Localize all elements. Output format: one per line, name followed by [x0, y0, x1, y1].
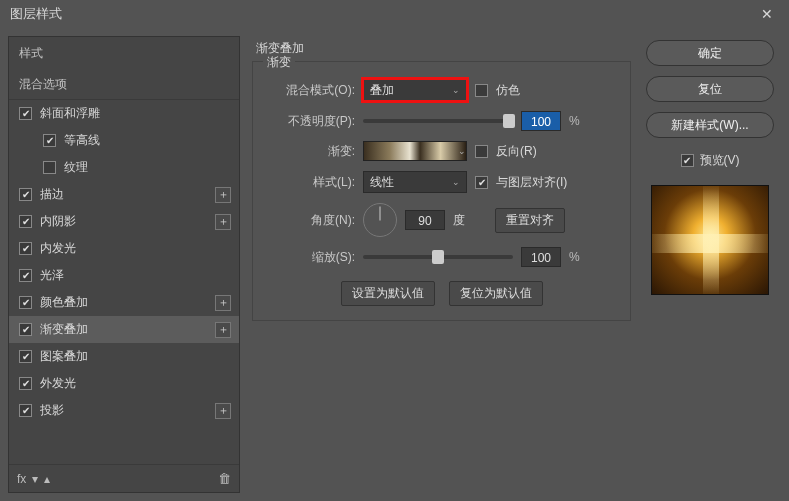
chevron-down-icon: ⌄ — [452, 177, 460, 187]
scale-label: 缩放(S): — [267, 249, 355, 266]
effect-outer-glow[interactable]: 外发光 — [9, 370, 239, 397]
scale-slider[interactable] — [363, 255, 513, 259]
effects-list: 斜面和浮雕 等高线 纹理 描边＋ 内阴影＋ 内发光 光泽 颜色叠加＋ 渐变叠加＋… — [9, 100, 239, 464]
checkbox-icon[interactable] — [19, 350, 32, 363]
checkbox-icon[interactable] — [19, 269, 32, 282]
opacity-value[interactable]: 100 — [521, 111, 561, 131]
checkbox-icon[interactable] — [19, 188, 32, 201]
blend-mode-dropdown[interactable]: 叠加 ⌄ — [363, 79, 467, 101]
reset-default-button[interactable]: 复位为默认值 — [449, 281, 543, 306]
reverse-checkbox[interactable] — [475, 145, 488, 158]
effect-label: 颜色叠加 — [40, 294, 88, 311]
preview-image — [652, 186, 768, 294]
add-icon[interactable]: ＋ — [215, 187, 231, 203]
checkbox-icon[interactable] — [19, 215, 32, 228]
window-title: 图层样式 — [10, 5, 62, 23]
checkbox-icon[interactable] — [43, 134, 56, 147]
effect-inner-shadow[interactable]: 内阴影＋ — [9, 208, 239, 235]
fieldset-legend: 渐变 — [263, 54, 295, 71]
effect-label: 纹理 — [64, 159, 88, 176]
preview-label: 预览(V) — [700, 152, 740, 169]
degree-label: 度 — [453, 212, 465, 229]
gradient-swatch[interactable]: ⌄ — [363, 141, 467, 161]
panel-title: 渐变叠加 — [252, 40, 631, 57]
main-area: 样式 混合选项 斜面和浮雕 等高线 纹理 描边＋ 内阴影＋ 内发光 光泽 颜色叠… — [0, 28, 789, 501]
sidebar-footer: fx ▾ ▴ 🗑 — [9, 464, 239, 492]
blend-mode-value: 叠加 — [370, 82, 394, 99]
align-label: 与图层对齐(I) — [496, 174, 567, 191]
add-icon[interactable]: ＋ — [215, 295, 231, 311]
effect-bevel[interactable]: 斜面和浮雕 — [9, 100, 239, 127]
effect-satin[interactable]: 光泽 — [9, 262, 239, 289]
angle-value[interactable]: 90 — [405, 210, 445, 230]
reset-align-button[interactable]: 重置对齐 — [495, 208, 565, 233]
right-column: 确定 复位 新建样式(W)... 预览(V) — [639, 28, 789, 501]
dither-label: 仿色 — [496, 82, 520, 99]
opacity-label: 不透明度(P): — [267, 113, 355, 130]
opacity-slider[interactable] — [363, 119, 513, 123]
checkbox-icon[interactable] — [19, 107, 32, 120]
style-label: 样式(L): — [267, 174, 355, 191]
style-value: 线性 — [370, 174, 394, 191]
trash-icon[interactable]: 🗑 — [218, 471, 231, 486]
gradient-fieldset: 渐变 混合模式(O): 叠加 ⌄ 仿色 不透明度(P): 100 % 渐变: ⌄ — [252, 61, 631, 321]
preview-toggle[interactable]: 预览(V) — [681, 152, 740, 169]
checkbox-icon[interactable] — [681, 154, 694, 167]
preview-box — [651, 185, 769, 295]
checkbox-icon[interactable] — [43, 161, 56, 174]
effect-label: 等高线 — [64, 132, 100, 149]
checkbox-icon[interactable] — [19, 404, 32, 417]
set-default-button[interactable]: 设置为默认值 — [341, 281, 435, 306]
new-style-button[interactable]: 新建样式(W)... — [646, 112, 774, 138]
gradient-label: 渐变: — [267, 143, 355, 160]
angle-dial[interactable] — [363, 203, 397, 237]
effect-label: 外发光 — [40, 375, 76, 392]
checkbox-icon[interactable] — [19, 323, 32, 336]
chevron-down-icon[interactable]: ▾ — [32, 472, 38, 486]
dither-checkbox[interactable] — [475, 84, 488, 97]
sidebar-header: 样式 — [9, 37, 239, 70]
effect-label: 描边 — [40, 186, 64, 203]
effect-contour[interactable]: 等高线 — [9, 127, 239, 154]
close-icon[interactable]: ✕ — [755, 4, 779, 24]
settings-panel: 渐变叠加 渐变 混合模式(O): 叠加 ⌄ 仿色 不透明度(P): 100 % … — [244, 28, 639, 501]
percent-label: % — [569, 114, 580, 128]
effect-label: 投影 — [40, 402, 64, 419]
chevron-down-icon: ⌄ — [458, 146, 466, 156]
add-icon[interactable]: ＋ — [215, 322, 231, 338]
effect-inner-glow[interactable]: 内发光 — [9, 235, 239, 262]
percent-label: % — [569, 250, 580, 264]
angle-label: 角度(N): — [267, 212, 355, 229]
effect-stroke[interactable]: 描边＋ — [9, 181, 239, 208]
effect-pattern-overlay[interactable]: 图案叠加 — [9, 343, 239, 370]
scale-value[interactable]: 100 — [521, 247, 561, 267]
add-icon[interactable]: ＋ — [215, 214, 231, 230]
blend-mode-label: 混合模式(O): — [267, 82, 355, 99]
checkbox-icon[interactable] — [19, 377, 32, 390]
titlebar: 图层样式 ✕ — [0, 0, 789, 28]
effect-gradient-overlay[interactable]: 渐变叠加＋ — [9, 316, 239, 343]
checkbox-icon[interactable] — [19, 296, 32, 309]
fx-icon[interactable]: fx — [17, 472, 26, 486]
chevron-down-icon: ⌄ — [452, 85, 460, 95]
effect-drop-shadow[interactable]: 投影＋ — [9, 397, 239, 424]
effect-label: 内阴影 — [40, 213, 76, 230]
effect-label: 光泽 — [40, 267, 64, 284]
checkbox-icon[interactable] — [19, 242, 32, 255]
blending-options[interactable]: 混合选项 — [9, 70, 239, 100]
effect-texture[interactable]: 纹理 — [9, 154, 239, 181]
add-icon[interactable]: ＋ — [215, 403, 231, 419]
chevron-up-icon[interactable]: ▴ — [44, 472, 50, 486]
style-dropdown[interactable]: 线性 ⌄ — [363, 171, 467, 193]
effect-color-overlay[interactable]: 颜色叠加＋ — [9, 289, 239, 316]
effect-label: 斜面和浮雕 — [40, 105, 100, 122]
align-checkbox[interactable] — [475, 176, 488, 189]
effect-label: 渐变叠加 — [40, 321, 88, 338]
effect-label: 图案叠加 — [40, 348, 88, 365]
effect-label: 内发光 — [40, 240, 76, 257]
ok-button[interactable]: 确定 — [646, 40, 774, 66]
reset-button[interactable]: 复位 — [646, 76, 774, 102]
reverse-label: 反向(R) — [496, 143, 537, 160]
styles-sidebar: 样式 混合选项 斜面和浮雕 等高线 纹理 描边＋ 内阴影＋ 内发光 光泽 颜色叠… — [8, 36, 240, 493]
